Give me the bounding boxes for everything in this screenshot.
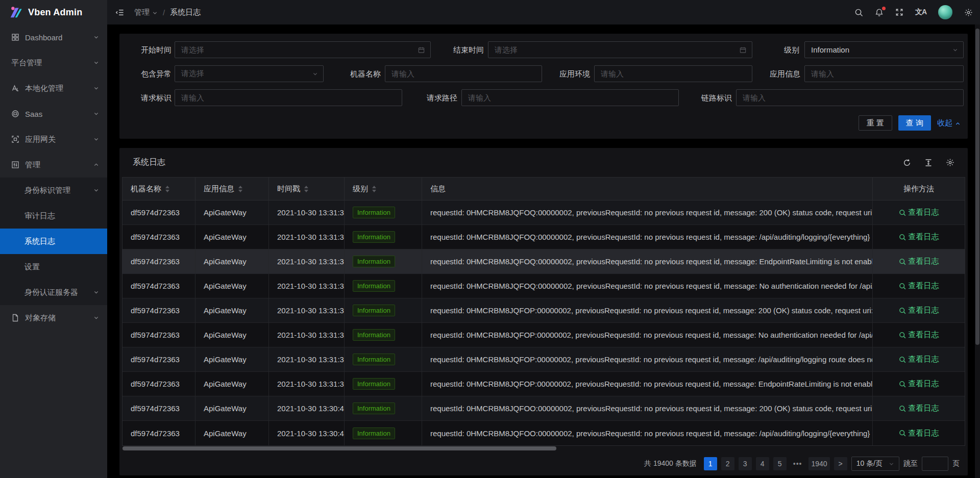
view-log-link[interactable]: 查看日志: [899, 232, 939, 242]
view-log-link[interactable]: 查看日志: [899, 208, 939, 217]
vertical-scrollbar[interactable]: [975, 24, 980, 478]
collapse-button[interactable]: 收起: [937, 118, 961, 128]
level-cell: Information: [345, 274, 422, 298]
sort-icon[interactable]: [372, 186, 376, 192]
machine-cell: df5974d72363: [122, 298, 195, 322]
search-icon[interactable]: [854, 8, 863, 17]
sort-icon[interactable]: [165, 186, 169, 192]
view-log-link[interactable]: 查看日志: [899, 404, 939, 413]
message-cell: requestId: 0HMCRBM8JQFOO:00000002, previ…: [422, 396, 873, 420]
manage-submenu: 身份标识管理审计日志系统日志设置身份认证服务器: [0, 178, 107, 305]
request-path-label: 请求路径: [410, 89, 457, 106]
column-header-app[interactable]: 应用信息: [195, 178, 269, 200]
request-id-input[interactable]: [175, 89, 402, 106]
sidebar-item-settings[interactable]: 设置: [0, 254, 107, 280]
page-button-1940[interactable]: 1940: [808, 457, 829, 470]
sidebar-item-app-gateway[interactable]: 应用网关: [0, 127, 107, 152]
search-button[interactable]: 查 询: [898, 115, 931, 131]
breadcrumb-section-label: 管理: [134, 8, 150, 17]
sidebar-item-manage[interactable]: 管理: [0, 152, 107, 178]
machine-name-input[interactable]: [385, 65, 542, 82]
sidebar-item-dashboard[interactable]: Dashboard: [0, 24, 107, 50]
level-cell: Information: [345, 298, 422, 322]
magnifier-icon: [899, 430, 906, 437]
horizontal-scrollbar-thumb[interactable]: [122, 446, 556, 450]
trace-id-input[interactable]: [736, 89, 964, 106]
table-row: df5974d72363ApiGateWay2021-10-30 13:31:3…: [122, 200, 965, 225]
manage-icon: [11, 161, 20, 169]
actions-cell: 查看日志: [873, 298, 965, 322]
page-button-2[interactable]: 2: [721, 457, 734, 470]
level-cell: Information: [345, 323, 422, 347]
has-exception-select[interactable]: 请选择: [175, 65, 324, 82]
page-size-select[interactable]: 10 条/页: [851, 457, 899, 471]
sidebar-item-label: 对象存储: [25, 313, 56, 323]
settings-gear-icon[interactable]: [964, 8, 973, 17]
jump-page-input[interactable]: [922, 457, 948, 471]
view-log-link[interactable]: 查看日志: [899, 379, 939, 389]
sidebar-item-system-log[interactable]: 系统日志: [0, 229, 107, 254]
page-button-3[interactable]: 3: [739, 457, 752, 470]
sidebar-item-object-storage[interactable]: 对象存储: [0, 305, 107, 331]
message-cell: requestId: 0HMCRBM8JQFOQ:00000002, previ…: [422, 200, 873, 224]
avatar[interactable]: [938, 5, 952, 19]
level-select[interactable]: Information: [804, 41, 964, 58]
view-log-link[interactable]: 查看日志: [899, 306, 939, 315]
column-header-timestamp[interactable]: 时间戳: [269, 178, 345, 200]
fullscreen-icon[interactable]: [895, 8, 903, 16]
sidebar-item-label: 管理: [25, 160, 40, 170]
page-button-5[interactable]: 5: [773, 457, 787, 470]
notifications-button[interactable]: [875, 8, 884, 17]
sidebar-collapse-icon[interactable]: [115, 8, 124, 17]
reset-button[interactable]: 重 置: [859, 115, 892, 131]
table-body: df5974d72363ApiGateWay2021-10-30 13:31:3…: [122, 200, 965, 445]
sidebar-item-audit-log[interactable]: 审计日志: [0, 203, 107, 229]
start-time-input[interactable]: [175, 41, 431, 58]
sidebar: Vben Admin Dashboard平台管理本地化管理Saas应用网关管理身…: [0, 0, 107, 478]
row-height-icon[interactable]: [924, 159, 933, 167]
timestamp-cell: 2021-10-30 13:31:38: [269, 249, 345, 273]
app-title: Vben Admin: [28, 7, 82, 18]
sort-icon[interactable]: [238, 186, 242, 192]
magnifier-icon: [899, 405, 906, 412]
translate-icon[interactable]: 文A: [915, 8, 926, 17]
app-cell: ApiGateWay: [195, 249, 269, 273]
page-button-1[interactable]: 1: [704, 457, 717, 470]
view-log-link[interactable]: 查看日志: [899, 429, 939, 438]
timestamp-cell: 2021-10-30 13:31:38: [269, 200, 345, 224]
breadcrumb-section[interactable]: 管理: [134, 8, 158, 17]
view-log-label: 查看日志: [909, 257, 939, 266]
sidebar-item-label: 本地化管理: [25, 84, 63, 93]
view-log-link[interactable]: 查看日志: [899, 330, 939, 340]
sidebar-item-identity-mgmt[interactable]: 身份标识管理: [0, 178, 107, 203]
app-env-input[interactable]: [594, 65, 752, 82]
sidebar-item-platform-mgmt[interactable]: 平台管理: [0, 50, 107, 76]
message-text: requestId: 0HMCRBM8JQFOQ:00000002, previ…: [430, 257, 873, 266]
refresh-icon[interactable]: [903, 159, 911, 167]
sort-icon[interactable]: [304, 186, 308, 192]
pagination-total: 共 19400 条数据: [644, 459, 697, 468]
message-text: requestId: 0HMCRBM8JQFOP:00000002, previ…: [430, 380, 873, 388]
vertical-scrollbar-thumb[interactable]: [975, 29, 979, 345]
view-log-label: 查看日志: [909, 281, 939, 291]
column-settings-icon[interactable]: [946, 158, 954, 167]
request-path-input[interactable]: [461, 89, 679, 106]
column-header-machine[interactable]: 机器名称: [122, 178, 195, 200]
app-cell: ApiGateWay: [195, 274, 269, 298]
view-log-link[interactable]: 查看日志: [899, 257, 939, 266]
app-info-input[interactable]: [804, 65, 964, 82]
has-exception-label: 包含异常: [125, 65, 172, 82]
table-row: df5974d72363ApiGateWay2021-10-30 13:31:3…: [122, 225, 965, 249]
view-log-link[interactable]: 查看日志: [899, 281, 939, 291]
view-log-link[interactable]: 查看日志: [899, 355, 939, 364]
next-page-button[interactable]: >: [834, 457, 847, 470]
notification-dot: [882, 7, 886, 10]
page-button-4[interactable]: 4: [756, 457, 769, 470]
end-time-input[interactable]: [488, 41, 752, 58]
column-header-level[interactable]: 级别: [345, 178, 422, 200]
sidebar-item-localization[interactable]: 本地化管理: [0, 76, 107, 101]
sidebar-item-auth-server[interactable]: 身份认证服务器: [0, 280, 107, 305]
app-logo-row[interactable]: Vben Admin: [0, 0, 107, 24]
sidebar-item-saas[interactable]: Saas: [0, 101, 107, 127]
pagination-ellipsis: •••: [791, 457, 805, 470]
